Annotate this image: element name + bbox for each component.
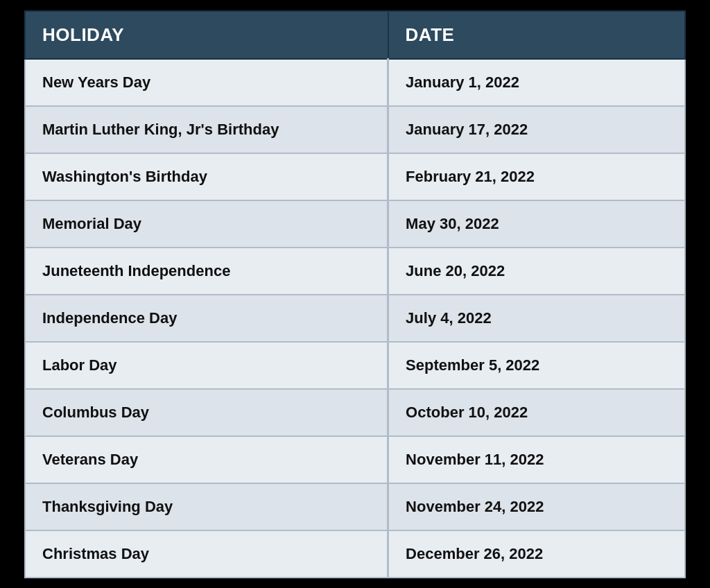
table-row: Martin Luther King, Jr's BirthdayJanuary… (25, 106, 685, 153)
date-cell: June 20, 2022 (388, 248, 685, 295)
holiday-table-container: HOLIDAY DATE New Years DayJanuary 1, 202… (22, 8, 688, 580)
holiday-cell: Labor Day (25, 342, 388, 389)
table-row: Independence DayJuly 4, 2022 (25, 295, 685, 342)
holiday-cell: Juneteenth Independence (25, 248, 388, 295)
holiday-cell: Memorial Day (25, 200, 388, 248)
table-row: Labor DaySeptember 5, 2022 (25, 342, 685, 389)
table-row: New Years DayJanuary 1, 2022 (25, 59, 685, 106)
date-cell: September 5, 2022 (388, 342, 685, 389)
holiday-cell: Independence Day (25, 295, 388, 342)
holiday-column-header: HOLIDAY (25, 11, 388, 59)
date-cell: February 21, 2022 (388, 153, 685, 200)
table-row: Juneteenth IndependenceJune 20, 2022 (25, 248, 685, 295)
table-row: Memorial DayMay 30, 2022 (25, 200, 685, 248)
table-row: Washington's BirthdayFebruary 21, 2022 (25, 153, 685, 200)
table-row: Christmas DayDecember 26, 2022 (25, 530, 685, 578)
holiday-cell: New Years Day (25, 59, 388, 106)
date-cell: January 1, 2022 (388, 59, 685, 106)
table-row: Thanksgiving DayNovember 24, 2022 (25, 483, 685, 530)
holiday-cell: Columbus Day (25, 389, 388, 436)
date-cell: November 11, 2022 (388, 436, 685, 483)
date-cell: December 26, 2022 (388, 530, 685, 578)
date-column-header: DATE (388, 11, 685, 59)
table-header-row: HOLIDAY DATE (25, 11, 685, 59)
date-cell: July 4, 2022 (388, 295, 685, 342)
holiday-cell: Thanksgiving Day (25, 483, 388, 530)
holiday-table: HOLIDAY DATE New Years DayJanuary 1, 202… (24, 10, 686, 578)
date-cell: November 24, 2022 (388, 483, 685, 530)
date-cell: October 10, 2022 (388, 389, 685, 436)
date-cell: January 17, 2022 (388, 106, 685, 153)
holiday-cell: Veterans Day (25, 436, 388, 483)
date-cell: May 30, 2022 (388, 200, 685, 248)
table-row: Veterans DayNovember 11, 2022 (25, 436, 685, 483)
holiday-cell: Christmas Day (25, 530, 388, 578)
holiday-cell: Washington's Birthday (25, 153, 388, 200)
holiday-cell: Martin Luther King, Jr's Birthday (25, 106, 388, 153)
table-row: Columbus DayOctober 10, 2022 (25, 389, 685, 436)
